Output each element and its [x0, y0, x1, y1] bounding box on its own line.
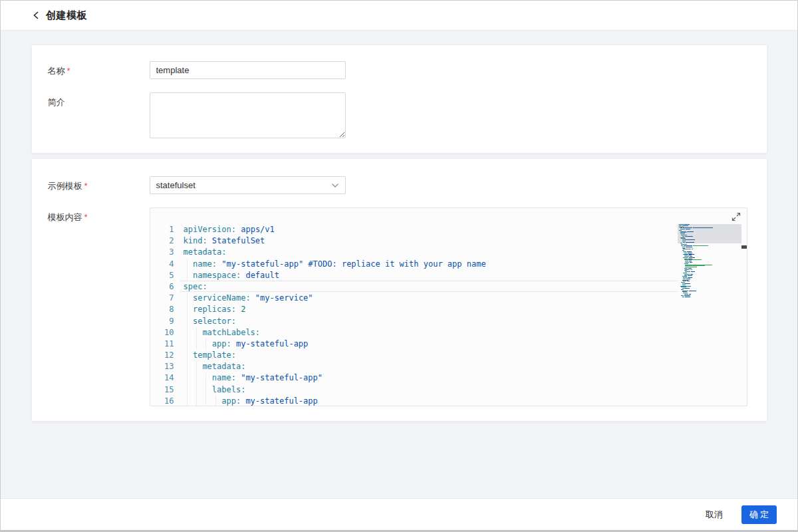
code-line[interactable]: app: my-stateful-app [184, 396, 678, 406]
code-line[interactable]: name: "my-stateful-app" [184, 372, 678, 384]
template-card: 示例模板* statefulset 模板内容* [32, 159, 767, 421]
code-line[interactable]: replicas: 2 [184, 304, 678, 315]
line-number: 2 [150, 235, 174, 247]
required-asterisk: * [84, 181, 88, 191]
template-content-row: 模板内容* 12345678910111213141516 apiVersio [48, 207, 767, 406]
editor-toolbar [150, 208, 747, 224]
required-asterisk: * [84, 212, 88, 222]
back-chevron-icon [33, 11, 39, 20]
cancel-button[interactable]: 取消 [706, 509, 723, 521]
page-title: 创建模板 [46, 9, 87, 22]
code-line[interactable]: kind: StatefulSet [184, 235, 678, 247]
chevron-down-icon [331, 183, 339, 188]
minimap[interactable] [678, 224, 741, 406]
code-line[interactable]: template: [184, 350, 678, 361]
select-value: statefulset [156, 180, 196, 190]
line-number: 12 [150, 350, 174, 361]
line-number: 15 [150, 384, 174, 396]
line-number: 1 [150, 224, 174, 235]
code-content[interactable]: apiVersion: apps/v1kind: StatefulSetmeta… [184, 224, 678, 406]
code-line[interactable]: metadata: [184, 247, 678, 258]
code-line[interactable]: labels: [184, 384, 678, 396]
line-number: 3 [150, 247, 174, 258]
window: 创建模板 名称* 简介 示例模板* statefulset [0, 0, 798, 532]
line-number: 9 [150, 316, 174, 327]
intro-textarea[interactable] [150, 92, 346, 138]
confirm-button[interactable]: 确定 [741, 505, 777, 524]
line-number: 6 [150, 281, 174, 293]
action-bar: 取消 确定 [1, 498, 797, 530]
code-line[interactable]: serviceName: "my-service" [184, 293, 678, 304]
sample-template-row: 示例模板* statefulset [48, 176, 767, 194]
line-number: 14 [150, 372, 174, 384]
overview-ruler-mark [741, 245, 747, 249]
page-header: 创建模板 [1, 1, 797, 31]
yaml-editor[interactable]: 12345678910111213141516 apiVersion: apps… [150, 207, 747, 406]
line-number: 13 [150, 361, 174, 372]
sample-template-select[interactable]: statefulset [150, 176, 346, 194]
code-line[interactable]: metadata: [184, 361, 678, 372]
required-asterisk: * [67, 66, 70, 76]
code-line[interactable]: name: "my-stateful-app" #TODO: repliace … [184, 259, 678, 270]
intro-row: 简介 [48, 92, 767, 138]
code-line[interactable]: apiVersion: apps/v1 [184, 224, 678, 235]
name-input[interactable] [150, 61, 346, 79]
back-button[interactable]: 创建模板 [33, 9, 87, 22]
name-label: 名称* [48, 61, 150, 79]
sample-template-label: 示例模板* [48, 176, 150, 194]
line-number: 7 [150, 293, 174, 304]
code-line[interactable]: selector: [184, 316, 678, 327]
code-line[interactable]: app: my-stateful-app [184, 338, 678, 350]
line-number: 4 [150, 259, 174, 270]
intro-label: 简介 [48, 92, 150, 138]
expand-icon[interactable] [731, 211, 741, 222]
code-line[interactable]: matchLabels: [184, 327, 678, 338]
overview-ruler[interactable] [741, 224, 747, 406]
line-number: 10 [150, 327, 174, 338]
name-row: 名称* [48, 61, 767, 79]
line-number: 16 [150, 396, 174, 406]
basic-info-card: 名称* 简介 [32, 45, 767, 153]
minimap-slider[interactable] [678, 224, 741, 243]
code-line[interactable]: namespace: default [184, 270, 678, 281]
line-number: 5 [150, 270, 174, 281]
template-content-label: 模板内容* [48, 207, 150, 406]
line-number: 8 [150, 304, 174, 315]
line-number-gutter: 12345678910111213141516 [150, 224, 174, 406]
code-line[interactable]: spec: [184, 281, 678, 293]
line-number: 11 [150, 338, 174, 350]
editor-body[interactable]: 12345678910111213141516 apiVersion: apps… [150, 224, 747, 406]
